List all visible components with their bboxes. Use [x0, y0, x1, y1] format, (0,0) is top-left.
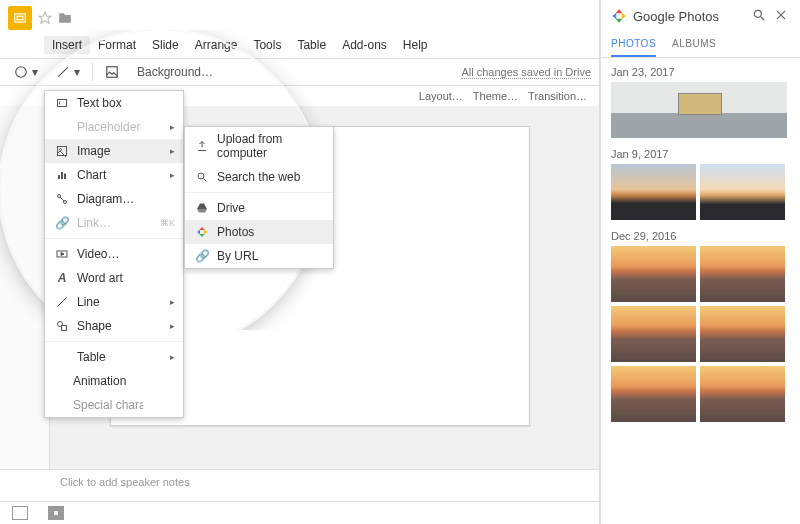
svg-point-21: [198, 173, 204, 179]
transition-button[interactable]: Transition…: [528, 90, 587, 102]
view-filmstrip-icon[interactable]: [12, 506, 28, 520]
chevron-right-icon: ▸: [170, 146, 175, 156]
svg-rect-8: [58, 147, 67, 156]
insert-dropdown: Text box Placeholder ▸ Image ▸ Chart ▸ D…: [44, 90, 184, 418]
line-icon: [55, 295, 69, 309]
insert-line[interactable]: Line ▸: [45, 290, 183, 314]
insert-placeholder: Placeholder ▸: [45, 115, 183, 139]
menu-format[interactable]: Format: [90, 36, 144, 54]
shape-icon: [55, 319, 69, 333]
tab-photos[interactable]: PHOTOS: [611, 32, 656, 57]
textbox-icon: [55, 96, 69, 110]
photo-thumbnail[interactable]: [611, 366, 696, 422]
svg-line-4: [58, 67, 67, 76]
search-icon: [195, 170, 209, 184]
photo-thumbnail[interactable]: [611, 82, 787, 138]
insert-animation[interactable]: Animation: [45, 369, 183, 393]
svg-marker-24: [197, 209, 207, 213]
drive-icon: [195, 201, 209, 215]
insert-shape[interactable]: Shape ▸: [45, 314, 183, 338]
chart-icon: [55, 168, 69, 182]
insert-textbox[interactable]: Text box: [45, 91, 183, 115]
line-tool-icon[interactable]: ▾: [50, 63, 86, 81]
view-grid-icon[interactable]: [48, 506, 64, 520]
insert-image[interactable]: Image ▸: [45, 139, 183, 163]
photo-thumbnail[interactable]: [611, 164, 696, 220]
menu-tools[interactable]: Tools: [245, 36, 289, 54]
insert-chart[interactable]: Chart ▸: [45, 163, 183, 187]
chevron-right-icon: ▸: [170, 297, 175, 307]
theme-button[interactable]: Theme…: [473, 90, 518, 102]
upload-icon: [195, 139, 209, 153]
image-by-url[interactable]: 🔗 By URL: [185, 244, 333, 268]
photo-thumbnail[interactable]: [700, 306, 785, 362]
svg-rect-20: [62, 326, 67, 331]
google-photos-icon: [611, 8, 627, 24]
svg-point-9: [60, 149, 62, 151]
folder-icon[interactable]: [58, 11, 72, 25]
svg-rect-1: [17, 16, 23, 20]
image-submenu: Upload from computer Search the web Driv…: [184, 126, 334, 269]
menu-addons[interactable]: Add-ons: [334, 36, 395, 54]
chevron-right-icon: ▸: [170, 122, 175, 132]
svg-rect-10: [58, 175, 60, 179]
image-upload[interactable]: Upload from computer: [185, 127, 333, 165]
search-icon[interactable]: [752, 8, 768, 24]
chevron-right-icon: ▸: [170, 170, 175, 180]
svg-rect-0: [15, 14, 26, 22]
svg-line-22: [204, 179, 207, 182]
insert-diagram[interactable]: Diagram…: [45, 187, 183, 211]
background-button[interactable]: Background…: [131, 63, 219, 81]
star-icon[interactable]: [38, 11, 52, 25]
photo-thumbnail[interactable]: [700, 246, 785, 302]
video-icon: [55, 247, 69, 261]
menu-arrange[interactable]: Arrange: [187, 36, 246, 54]
svg-line-18: [58, 298, 67, 307]
save-status: All changes saved in Drive: [461, 66, 591, 79]
image-drive[interactable]: Drive: [185, 196, 333, 220]
photo-thumbnail[interactable]: [700, 366, 785, 422]
shape-tool-icon[interactable]: ▾: [8, 63, 44, 81]
link-icon: 🔗: [195, 249, 209, 263]
svg-rect-5: [107, 67, 118, 78]
svg-marker-2: [39, 12, 51, 23]
slides-app-icon: [8, 6, 32, 30]
date-header: Dec 29, 2016: [611, 230, 790, 242]
insert-link: 🔗 Link… ⌘K: [45, 211, 183, 235]
date-header: Jan 9, 2017: [611, 148, 790, 160]
tab-albums[interactable]: ALBUMS: [672, 32, 716, 57]
photos-list[interactable]: Jan 23, 2017Jan 9, 2017Dec 29, 2016: [601, 58, 800, 524]
menubar: Insert Format Slide Arrange Tools Table …: [0, 36, 599, 58]
image-photos[interactable]: Photos: [185, 220, 333, 244]
image-search-web[interactable]: Search the web: [185, 165, 333, 189]
photos-icon: [195, 225, 209, 239]
svg-marker-23: [197, 204, 207, 210]
photo-thumbnail[interactable]: [611, 246, 696, 302]
insert-wordart[interactable]: A Word art: [45, 266, 183, 290]
image-icon: [55, 144, 69, 158]
photo-thumbnail[interactable]: [700, 164, 785, 220]
speaker-notes[interactable]: Click to add speaker notes: [0, 469, 599, 501]
svg-rect-12: [64, 174, 66, 180]
chevron-right-icon: ▸: [170, 321, 175, 331]
insert-image-tool-icon[interactable]: [99, 63, 125, 81]
menu-slide[interactable]: Slide: [144, 36, 187, 54]
menu-help[interactable]: Help: [395, 36, 436, 54]
insert-table[interactable]: Table ▸: [45, 345, 183, 369]
svg-line-15: [60, 197, 64, 201]
shortcut-label: ⌘K: [160, 218, 175, 228]
date-header: Jan 23, 2017: [611, 66, 790, 78]
layout-button[interactable]: Layout…: [419, 90, 463, 102]
menu-table[interactable]: Table: [289, 36, 334, 54]
insert-special[interactable]: Special characters…: [45, 393, 183, 417]
svg-marker-17: [61, 253, 64, 256]
chevron-right-icon: ▸: [170, 352, 175, 362]
menu-insert[interactable]: Insert: [44, 36, 90, 54]
photo-thumbnail[interactable]: [611, 306, 696, 362]
diagram-icon: [55, 192, 69, 206]
close-icon[interactable]: [774, 8, 790, 24]
link-icon: 🔗: [55, 216, 69, 230]
svg-point-3: [16, 67, 27, 78]
filmstrip[interactable]: [0, 106, 50, 469]
insert-video[interactable]: Video…: [45, 242, 183, 266]
